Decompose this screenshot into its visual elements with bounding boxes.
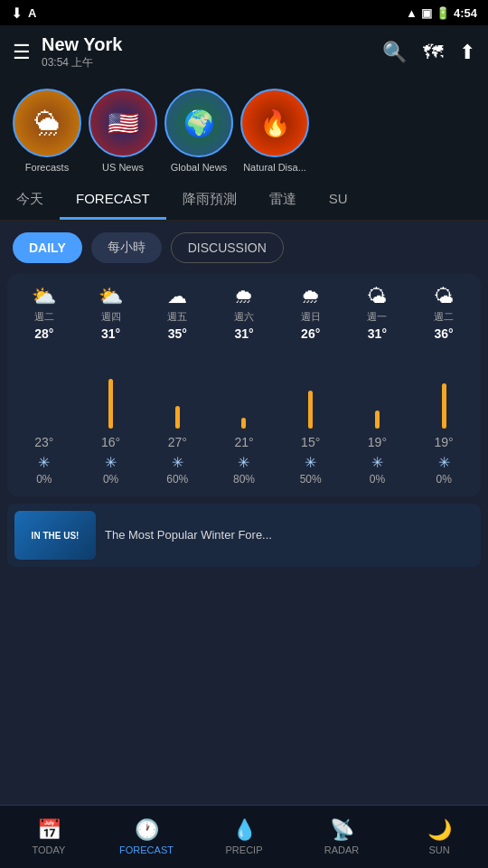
forecast-day-2: ⛅ 週四 31° 16° ✳ 0% bbox=[78, 283, 145, 487]
status-left: ⬇ A bbox=[11, 5, 36, 22]
bar-container-6 bbox=[375, 347, 380, 429]
menu-icon[interactable]: ☰ bbox=[13, 41, 31, 64]
day-label-2: 週四 bbox=[101, 310, 121, 324]
map-icon[interactable]: 🗺 bbox=[423, 41, 443, 64]
story-label-natural-dis: Natural Disa... bbox=[243, 162, 306, 173]
stories-row: 🌦 Forecasts 🇺🇸 US News 🌍 Global News 🔥 N… bbox=[0, 80, 488, 182]
snow-icon-6: ✳ bbox=[371, 454, 383, 471]
weather-icon-2: ⛅ bbox=[99, 285, 123, 308]
weather-icon-6: 🌤 bbox=[367, 285, 387, 308]
weather-icon-3: ☁ bbox=[167, 285, 187, 308]
story-natural-dis[interactable]: 🔥 Natural Disa... bbox=[240, 89, 309, 173]
weather-icon-1: ⛅ bbox=[32, 285, 56, 308]
news-thumbnail: IN THE US! bbox=[14, 511, 96, 560]
nav-radar-icon: 📡 bbox=[330, 818, 354, 842]
snow-icon-2: ✳ bbox=[105, 454, 117, 471]
day-label-5: 週日 bbox=[301, 310, 321, 324]
nav-today-icon: 📅 bbox=[37, 818, 61, 842]
nav-precip[interactable]: 💧 PRECIP bbox=[195, 818, 293, 855]
nav-sun[interactable]: 🌙 SUN bbox=[390, 818, 488, 855]
story-circle-natural-dis: 🔥 bbox=[240, 89, 309, 157]
weather-icon-4: 🌧 bbox=[234, 285, 254, 308]
bar-container-4 bbox=[241, 347, 246, 429]
low-temp-5: 15° bbox=[301, 435, 320, 449]
news-thumb-label: IN THE US! bbox=[32, 531, 80, 541]
toggle-daily[interactable]: DAILY bbox=[13, 232, 82, 263]
nav-radar-label: RADAR bbox=[324, 844, 360, 855]
status-right: ▲ ▣ 🔋 4:54 bbox=[406, 6, 477, 20]
story-label-global-news: Global News bbox=[171, 162, 227, 173]
low-temp-1: 23° bbox=[34, 435, 53, 449]
bar-container-2 bbox=[108, 347, 113, 429]
precip-pct-4: 80% bbox=[233, 473, 255, 486]
day-label-4: 週六 bbox=[234, 310, 254, 324]
weather-icon-5: 🌧 bbox=[301, 285, 321, 308]
precip-bar-3 bbox=[175, 406, 180, 429]
story-global-news[interactable]: 🌍 Global News bbox=[164, 89, 233, 173]
nav-forecast-label: FORECAST bbox=[119, 844, 174, 855]
high-temp-1: 28° bbox=[34, 326, 53, 341]
bar-container-1 bbox=[42, 347, 46, 429]
tab-today[interactable]: 今天 bbox=[0, 182, 60, 220]
low-temp-4: 21° bbox=[234, 435, 253, 449]
high-temp-2: 31° bbox=[101, 326, 120, 341]
forecast-day-1: ⛅ 週二 28° 23° ✳ 0% bbox=[11, 283, 78, 487]
forecast-day-4: 🌧 週六 31° 21° ✳ 80% bbox=[211, 283, 277, 487]
precip-bar-5 bbox=[308, 391, 313, 429]
day-label-6: 週一 bbox=[367, 310, 387, 324]
precip-pct-6: 0% bbox=[370, 473, 385, 486]
header-actions: 🔍 🗺 ⬆ bbox=[382, 41, 475, 64]
high-temp-5: 26° bbox=[301, 326, 320, 341]
day-label-3: 週五 bbox=[167, 310, 187, 324]
news-title: The Most Popular Winter Fore... bbox=[105, 528, 272, 543]
forecast-grid: ⛅ 週二 28° 23° ✳ 0% ⛅ 週四 31° 16° ✳ 0% ☁ 週五 bbox=[7, 274, 481, 496]
high-temp-7: 36° bbox=[435, 326, 454, 341]
day-label-7: 週二 bbox=[434, 310, 454, 324]
search-icon[interactable]: 🔍 bbox=[382, 41, 407, 64]
wifi-icon: ▲ bbox=[406, 6, 418, 20]
news-preview[interactable]: IN THE US! The Most Popular Winter Fore.… bbox=[7, 504, 481, 567]
download-icon: ⬇ bbox=[11, 5, 23, 22]
story-label-forecasts: Forecasts bbox=[25, 162, 69, 173]
bar-container-7 bbox=[442, 347, 446, 429]
local-time: 03:54 上午 bbox=[42, 55, 122, 71]
precip-bar-6 bbox=[375, 410, 380, 429]
high-temp-6: 31° bbox=[368, 326, 387, 341]
tab-forecast[interactable]: FORECAST bbox=[60, 182, 166, 220]
precip-pct-2: 0% bbox=[103, 473, 118, 486]
low-temp-2: 16° bbox=[101, 435, 120, 449]
tab-radar[interactable]: 雷達 bbox=[253, 182, 313, 220]
low-temp-6: 19° bbox=[368, 435, 387, 449]
story-forecasts[interactable]: 🌦 Forecasts bbox=[13, 89, 81, 173]
sim-icon: ▣ bbox=[421, 6, 432, 20]
nav-today[interactable]: 📅 TODAY bbox=[0, 818, 98, 855]
toggle-discussion[interactable]: DISCUSSION bbox=[171, 232, 284, 263]
nav-sun-icon: 🌙 bbox=[427, 818, 452, 842]
tab-su[interactable]: SU bbox=[313, 182, 364, 220]
low-temp-3: 27° bbox=[168, 435, 187, 449]
snow-icon-5: ✳ bbox=[305, 454, 316, 471]
forecast-day-3: ☁ 週五 35° 27° ✳ 60% bbox=[144, 283, 211, 487]
nav-forecast[interactable]: 🕐 FORECAST bbox=[98, 818, 195, 855]
toggle-hourly[interactable]: 每小時 bbox=[91, 232, 162, 263]
snow-icon-7: ✳ bbox=[438, 454, 450, 471]
nav-today-label: TODAY bbox=[33, 844, 66, 855]
share-icon[interactable]: ⬆ bbox=[459, 41, 475, 64]
precip-pct-3: 60% bbox=[166, 473, 188, 486]
snow-icon-4: ✳ bbox=[238, 454, 249, 471]
precip-pct-5: 50% bbox=[300, 473, 322, 486]
forecast-day-7: 🌤 週二 36° 19° ✳ 0% bbox=[410, 283, 477, 487]
story-circle-global-news: 🌍 bbox=[164, 89, 233, 157]
bar-container-5 bbox=[308, 347, 313, 429]
header: ☰ New York 03:54 上午 🔍 🗺 ⬆ bbox=[0, 25, 488, 80]
bar-container-3 bbox=[175, 347, 180, 429]
toggle-row: DAILY 每小時 DISCUSSION bbox=[0, 222, 488, 274]
nav-precip-icon: 💧 bbox=[232, 818, 257, 842]
header-left: ☰ New York 03:54 上午 bbox=[13, 34, 122, 71]
story-us-news[interactable]: 🇺🇸 US News bbox=[89, 89, 157, 173]
forecast-day-6: 🌤 週一 31° 19° ✳ 0% bbox=[344, 283, 411, 487]
high-temp-3: 35° bbox=[168, 326, 187, 341]
nav-radar[interactable]: 📡 RADAR bbox=[293, 818, 390, 855]
nav-sun-label: SUN bbox=[428, 844, 449, 855]
tab-precip[interactable]: 降雨預測 bbox=[166, 182, 253, 220]
